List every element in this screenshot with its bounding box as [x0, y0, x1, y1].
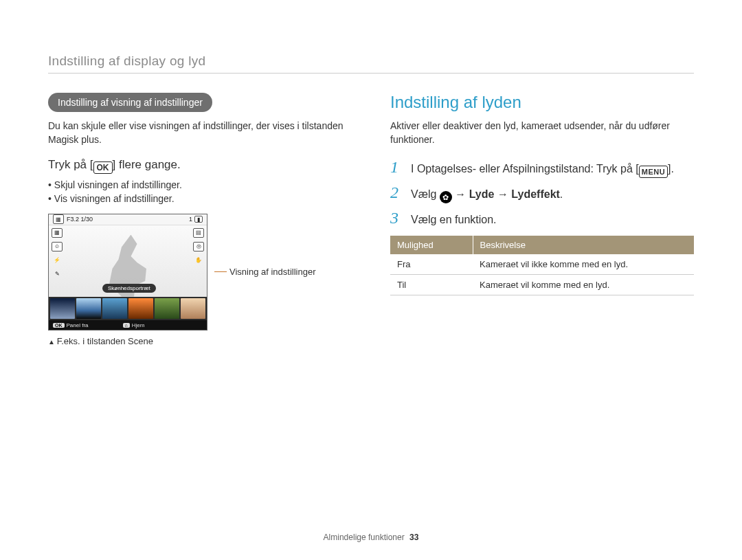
press-pre: Tryk på [	[48, 158, 93, 171]
camera-thumb-strip	[49, 297, 207, 320]
gear-icon: ✿	[440, 191, 452, 203]
steps-list: 1 I Optagelses- eller Afspilningstilstan…	[390, 158, 694, 228]
camera-right-icons: ▤ ◎ ✋	[193, 228, 204, 265]
table-header: Mulighed	[390, 236, 473, 254]
step-text: Vælg en funktion.	[411, 214, 497, 226]
table-row: Til Kameraet vil komme med en lyd.	[390, 275, 694, 295]
desc-cell: Kameraet vil ikke komme med en lyd.	[473, 254, 694, 275]
list-item: Skjul visningen af indstillinger.	[48, 179, 352, 190]
page-footer: Almindelige funktioner 33	[0, 533, 742, 542]
camera-left-icons: ▦ ☺ ⚡ ✎	[52, 228, 63, 279]
step-number: 3	[390, 209, 403, 227]
page-number: 33	[409, 533, 418, 542]
page: Indstilling af display og lyd Indstillin…	[0, 0, 742, 560]
camera-mode-label: Skønhedsportræt	[102, 284, 156, 293]
battery-icon: ▮	[194, 216, 203, 223]
desc-cell: Kameraet vil komme med en lyd.	[473, 275, 694, 295]
right-intro: Aktiver eller deaktiver den lyd, kamerae…	[390, 119, 694, 147]
bullet-list: Skjul visningen af indstillinger. Vis vi…	[48, 179, 352, 204]
step-1: 1 I Optagelses- eller Afspilningstilstan…	[390, 158, 694, 178]
leader-line: Visning af indstillinger	[214, 267, 316, 277]
columns: Indstilling af visning af indstillinger …	[48, 93, 694, 346]
step-number: 2	[390, 183, 403, 202]
step1-post: ].	[668, 163, 674, 175]
target-icon: ◎	[193, 242, 204, 251]
camera-bottom-left: OKPanel fra	[53, 322, 89, 328]
camera-top-bar: ▦ F3.2 1/30 1 ▮	[49, 214, 207, 225]
camera-preview: ▦ ☺ ⚡ ✎ ▤ ◎ ✋ Skønhedsportræt	[49, 225, 207, 297]
table-row: Fra Kameraet vil ikke komme med en lyd.	[390, 254, 694, 275]
step1-pre: I Optagelses- eller Afspilningstilstand:…	[411, 163, 639, 175]
leader-label: Visning af indstillinger	[229, 267, 316, 277]
section-pill: Indstilling af visning af indstillinger	[48, 93, 212, 112]
table-header-row: Mulighed Beskrivelse	[390, 236, 694, 254]
step2-b1: Lyde	[469, 188, 495, 200]
press-instruction: Tryk på [OK] flere gange.	[48, 158, 352, 174]
ok-chip-icon: OK	[53, 323, 65, 328]
mode-icon: ▦	[53, 214, 64, 224]
page-header: Indstilling af display og lyd	[48, 54, 694, 69]
figure-caption: F.eks. i tilstanden Scene	[48, 336, 352, 346]
table-header: Beskrivelse	[473, 236, 694, 254]
step-number: 1	[390, 158, 403, 177]
camera-exposure: F3.2 1/30	[67, 216, 93, 223]
press-post: ] flere gange.	[113, 158, 181, 171]
ok-button-icon: OK	[93, 161, 113, 174]
thumb	[102, 298, 127, 319]
list-item: Vis visningen af indstillinger.	[48, 193, 352, 204]
thumb	[155, 298, 179, 319]
camera-counter: 1	[189, 216, 192, 223]
header-rule	[48, 73, 694, 74]
flash-icon: ⚡	[52, 256, 63, 265]
step-text: I Optagelses- eller Afspilningstilstand:…	[411, 163, 674, 178]
step-3: 3 Vælg en funktion.	[390, 209, 694, 227]
step-text: Vælg ✿ → Lyde → Lydeffekt.	[411, 188, 563, 204]
options-table: Mulighed Beskrivelse Fra Kameraet vil ik…	[390, 236, 694, 295]
stabilize-icon: ✋	[193, 256, 204, 265]
right-column: Indstilling af lyden Aktiver eller deakt…	[390, 93, 694, 346]
thumb	[50, 298, 75, 319]
left-column: Indstilling af visning af indstillinger …	[48, 93, 352, 346]
thumb	[128, 298, 153, 319]
camera-bottom-bar: OKPanel fra ⌂Hjem	[49, 320, 207, 331]
ev-icon: ✎	[52, 269, 63, 279]
grid-icon: ▦	[52, 228, 63, 238]
thumb	[181, 298, 205, 319]
option-cell: Til	[390, 275, 473, 295]
footer-section: Almindelige funktioner	[324, 533, 405, 542]
step-2: 2 Vælg ✿ → Lyde → Lydeffekt.	[390, 183, 694, 204]
menu-button-icon: MENU	[639, 166, 668, 178]
setting-icon: ▤	[193, 228, 204, 238]
panel-off-label: Panel fra	[67, 322, 89, 328]
thumb	[76, 298, 101, 319]
home-chip-icon: ⌂	[123, 323, 130, 328]
camera-bottom-right: ⌂Hjem	[123, 322, 145, 328]
step2-b2: Lydeffekt	[511, 188, 560, 200]
camera-figure-row: ▦ F3.2 1/30 1 ▮ ▦ ☺ ⚡	[48, 214, 352, 331]
face-icon: ☺	[52, 242, 63, 251]
home-label: Hjem	[132, 322, 145, 328]
step2-pre: Vælg	[411, 188, 440, 200]
section-title: Indstilling af lyden	[390, 93, 694, 112]
option-cell: Fra	[390, 254, 473, 275]
camera-screenshot: ▦ F3.2 1/30 1 ▮ ▦ ☺ ⚡	[48, 214, 207, 331]
intro-text: Du kan skjule eller vise visningen af in…	[48, 119, 352, 147]
